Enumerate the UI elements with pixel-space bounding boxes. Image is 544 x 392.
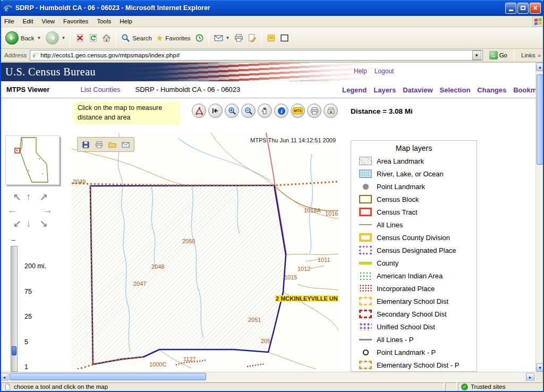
- edit-button[interactable]: [245, 32, 259, 44]
- forward-button[interactable]: ▼: [44, 30, 68, 46]
- discuss-button[interactable]: [265, 32, 278, 44]
- previous-extent-button[interactable]: [208, 104, 223, 118]
- menu-favorites[interactable]: Favorites: [59, 17, 92, 25]
- zoom-out-minus-label[interactable]: −: [11, 236, 15, 244]
- list-counties-link[interactable]: List Counties: [80, 86, 120, 93]
- scroll-right-button[interactable]: ►: [526, 373, 534, 381]
- map-save-button[interactable]: [80, 139, 92, 150]
- legend-item[interactable]: Point Landmark: [351, 180, 477, 193]
- legend-item[interactable]: County: [351, 257, 477, 269]
- menu-edit[interactable]: Edit: [19, 17, 38, 25]
- legend-item[interactable]: River, Lake, or Ocean: [351, 167, 477, 180]
- map-open-button[interactable]: [107, 139, 118, 150]
- map-print-button[interactable]: [94, 139, 105, 150]
- legend-item[interactable]: Census County Division: [351, 231, 477, 244]
- search-icon: [121, 33, 130, 42]
- legend-item[interactable]: Elementary School Dist - P: [351, 359, 477, 371]
- nav-link-selection[interactable]: Selection: [440, 86, 471, 94]
- map-export-button[interactable]: [120, 139, 132, 150]
- refresh-button[interactable]: [87, 32, 100, 44]
- browser-toolbar: Back ▼ ▼: [0, 28, 544, 49]
- menu-file[interactable]: File: [0, 17, 19, 25]
- pan-east-arrow[interactable]: →: [42, 204, 53, 216]
- nav-link-legend[interactable]: Legend: [342, 86, 367, 94]
- overview-map[interactable]: [5, 135, 60, 185]
- legend-item[interactable]: Census Block: [351, 193, 477, 206]
- vertical-scroll-thumb[interactable]: [537, 74, 543, 165]
- print-button[interactable]: [232, 32, 245, 44]
- legend-item[interactable]: All Lines: [351, 218, 477, 231]
- pan-west-arrow[interactable]: ←: [7, 204, 18, 216]
- legend-item[interactable]: Unified School Dist: [351, 320, 477, 333]
- horizontal-scroll-thumb[interactable]: [10, 373, 206, 380]
- print-map-button[interactable]: [307, 104, 321, 118]
- map-viewport[interactable]: 204920502048204720512051018A101610111012…: [72, 133, 338, 369]
- pan-south-arrow[interactable]: ↓: [26, 218, 31, 229]
- legend-item[interactable]: Elementary School Dist: [351, 295, 477, 308]
- messenger-button[interactable]: [278, 32, 291, 44]
- legend-item[interactable]: American Indian Area: [351, 269, 477, 282]
- legend-item[interactable]: Census Designated Place: [351, 244, 477, 257]
- go-button[interactable]: → Go: [486, 50, 511, 60]
- pan-north-arrow[interactable]: ↑: [26, 191, 31, 203]
- legend-item-label: Unified School Dist: [377, 323, 435, 331]
- legend-item[interactable]: Area Landmark: [351, 155, 477, 167]
- identify-tool-button[interactable]: i: [274, 104, 288, 118]
- map-label: 1127: [183, 356, 196, 362]
- zoom-out-button[interactable]: [241, 104, 256, 118]
- logout-link[interactable]: Logout: [375, 67, 394, 75]
- history-button[interactable]: [193, 32, 206, 44]
- pan-southeast-arrow[interactable]: ↘: [39, 218, 48, 230]
- elementary-school-swatch-patch: [359, 297, 372, 305]
- menu-help[interactable]: Help: [115, 17, 137, 25]
- legend-item-label: Elementary School Dist - P: [377, 361, 459, 369]
- forward-dropdown-icon[interactable]: ▼: [62, 36, 66, 40]
- links-chevron-icon[interactable]: »: [538, 52, 541, 58]
- scroll-down-button[interactable]: ▼: [536, 363, 544, 372]
- legend-item[interactable]: Census Tract: [351, 206, 477, 218]
- nav-link-changes[interactable]: Changes: [477, 86, 506, 94]
- app-title: MTPS Viewer: [6, 86, 49, 93]
- minimize-button[interactable]: [505, 3, 516, 14]
- restore-button[interactable]: [517, 3, 529, 14]
- nav-link-dataview[interactable]: Dataview: [403, 86, 432, 94]
- vertical-scrollbar[interactable]: ▲ ▼: [536, 63, 544, 372]
- pan-southwest-arrow[interactable]: ↙: [13, 218, 21, 230]
- menu-tools[interactable]: Tools: [92, 17, 115, 25]
- zoom-in-button[interactable]: [225, 104, 239, 118]
- zoom-slider-thumb[interactable]: [12, 346, 16, 355]
- map-label: 2050: [182, 238, 195, 244]
- zoom-scale-label: 25: [24, 313, 32, 320]
- search-button[interactable]: Search: [119, 32, 154, 44]
- measure-tool-button[interactable]: [192, 104, 206, 118]
- links-label[interactable]: Links: [521, 52, 536, 58]
- nav-link-bookma[interactable]: Bookma: [513, 86, 536, 94]
- menu-view[interactable]: View: [37, 17, 59, 25]
- scroll-left-button[interactable]: ◄: [0, 373, 8, 381]
- nav-link-layers[interactable]: Layers: [373, 86, 396, 94]
- back-button[interactable]: Back ▼: [3, 30, 44, 46]
- export-map-button[interactable]: [324, 104, 338, 118]
- pan-northeast-arrow[interactable]: ↗: [39, 191, 48, 203]
- pan-northwest-arrow[interactable]: ↖: [13, 191, 21, 203]
- mail-dropdown-icon[interactable]: ▼: [226, 36, 230, 40]
- horizontal-scrollbar[interactable]: ◄ ►: [0, 372, 536, 381]
- legend-item[interactable]: Point Landmark - P: [351, 346, 477, 359]
- legend-item[interactable]: Secondary School Dist: [351, 308, 477, 320]
- zoom-slider-track[interactable]: [11, 246, 18, 372]
- favorites-button[interactable]: ★ Favorites: [154, 33, 193, 43]
- legend-item[interactable]: All Lines - P: [351, 333, 477, 346]
- mts-tool-button[interactable]: MTS: [291, 104, 305, 118]
- county-division-swatch-patch: [359, 233, 372, 242]
- scroll-up-button[interactable]: ▲: [536, 63, 544, 71]
- close-button[interactable]: ×: [530, 3, 541, 14]
- legend-item[interactable]: Incorporated Place: [351, 282, 477, 295]
- help-link[interactable]: Help: [354, 67, 367, 75]
- back-dropdown-icon[interactable]: ▼: [37, 36, 41, 40]
- home-button[interactable]: [100, 32, 113, 44]
- stop-button[interactable]: [73, 32, 87, 44]
- pan-tool-button[interactable]: [258, 104, 272, 118]
- address-input[interactable]: e http://ecots1.geo.census.gov/mtpsmaps/…: [30, 50, 482, 61]
- address-dropdown-icon[interactable]: ▼: [472, 50, 481, 60]
- mail-button[interactable]: ▼: [212, 32, 232, 44]
